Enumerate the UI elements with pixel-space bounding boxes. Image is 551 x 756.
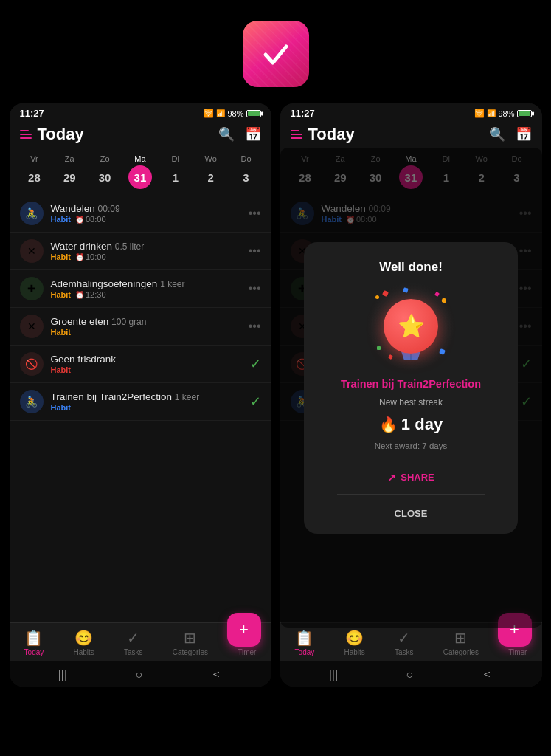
nav-item-habits[interactable]: 😊 Habits [73, 629, 94, 656]
cal-day-num: 2 [199, 165, 223, 189]
task-time: ⏰10:00 [75, 252, 106, 261]
task-item-4[interactable]: 🚫 Geen frisdrank Habit ✓ [10, 346, 271, 383]
share-label: SHARE [401, 472, 434, 483]
nav-label-4: Timer [238, 648, 256, 656]
task-icon-3: ✕ [20, 315, 44, 338]
task-icon-2: ✚ [20, 277, 44, 300]
nav-item-categories[interactable]: ⊞ Categories [443, 629, 479, 656]
home-bar-btn-0[interactable]: ||| [58, 668, 67, 681]
task-meta-4: Habit [51, 365, 243, 374]
nav-item-habits[interactable]: 😊 Habits [344, 629, 364, 656]
status-icons-right: 🛜 📶 98% [474, 109, 531, 118]
streak-number: 1 day [401, 415, 443, 434]
cal-day-30[interactable]: Zo 30 [91, 154, 118, 189]
task-item-5[interactable]: 🚴 Trainen bij Train2Perfection 1 keer Ha… [10, 383, 271, 421]
header-icons-right: 🔍 📅 [489, 126, 532, 142]
home-bar-btn-1[interactable]: ○ [135, 668, 142, 681]
task-check-icon: ✓ [250, 394, 261, 410]
calendar-icon-right[interactable]: 📅 [516, 126, 532, 142]
share-icon: ↗ [387, 472, 396, 484]
task-tag-3: Habit [51, 328, 72, 337]
fab-left[interactable]: + [227, 613, 261, 647]
cal-day-29[interactable]: Za 29 [56, 154, 83, 189]
modal-streak-value: 🔥 1 day [379, 415, 443, 434]
phone-right-wrapper: 11:27 🛜 📶 98% Today [280, 103, 542, 687]
status-icons-left: 🛜 📶 98% [204, 109, 260, 118]
task-content-0: Wandelen 00:09 Habit ⏰08:00 [51, 203, 241, 224]
task-dots-icon[interactable]: ••• [249, 207, 261, 220]
cal-day-name: Wo [204, 154, 216, 163]
cal-day-3[interactable]: Do 3 [232, 154, 259, 189]
task-dots-icon[interactable]: ••• [249, 320, 261, 333]
task-dots-icon[interactable]: ••• [249, 244, 261, 258]
signal-icon-left: 📶 [216, 109, 225, 117]
menu-icon[interactable] [20, 130, 32, 139]
phones-row: 11:27 🛜 📶 98% Today [0, 103, 551, 687]
nav-icon-3: ⊞ [454, 629, 467, 647]
header-right-left: Today [291, 125, 355, 144]
task-item-0[interactable]: 🚴 Wandelen 00:09 Habit ⏰08:00 ••• [10, 195, 271, 233]
cal-day-num: 1 [164, 165, 187, 189]
task-meta-2: Habit ⏰12:30 [51, 290, 241, 299]
home-bar-btn-1[interactable]: ○ [406, 668, 413, 681]
app-icon [243, 21, 309, 87]
nav-item-today[interactable]: 📋 Today [295, 629, 315, 656]
task-meta-3: Habit [51, 328, 241, 337]
nav-label-2: Tasks [124, 648, 143, 656]
task-meta-5: Habit [51, 403, 243, 412]
close-button[interactable]: CLOSE [395, 505, 428, 522]
nav-label-0: Today [295, 648, 315, 656]
share-button[interactable]: ↗ SHARE [387, 472, 434, 484]
task-name-2: Ademhalingsoefeningen 1 keer [51, 278, 241, 289]
task-tag-0: Habit [51, 215, 72, 224]
phone-left: 11:27 🛜 📶 98% Today [10, 103, 271, 687]
nav-item-tasks[interactable]: ✓ Tasks [395, 629, 414, 656]
task-time: ⏰08:00 [75, 215, 106, 224]
task-item-1[interactable]: ✕ Water drinken 0.5 liter Habit ⏰10:00 •… [10, 233, 271, 270]
cal-day-1[interactable]: Di 1 [162, 154, 189, 189]
task-dots-icon[interactable]: ••• [249, 282, 261, 295]
nav-item-tasks[interactable]: ✓ Tasks [124, 629, 143, 656]
wifi-icon-right: 🛜 [474, 109, 485, 118]
modal-title: Well done! [379, 260, 443, 275]
task-name-5: Trainen bij Train2Perfection 1 keer [51, 391, 243, 402]
home-bar-btn-0[interactable]: ||| [329, 668, 338, 681]
cal-day-name: Za [65, 154, 74, 163]
search-icon-left[interactable]: 🔍 [218, 126, 235, 142]
modal-divider [337, 461, 485, 461]
status-time-left: 11:27 [20, 108, 44, 119]
nav-label-3: Categories [173, 648, 208, 656]
app-header-left: Today 🔍 📅 [10, 122, 271, 148]
calendar-icon-left[interactable]: 📅 [245, 126, 261, 142]
task-icon-4: 🚫 [20, 352, 44, 376]
medal-icon: ⭐ [384, 299, 438, 354]
modal-next-award: Next award: 7 days [375, 441, 447, 450]
modal-card: Well done! ⭐ [304, 242, 518, 534]
cal-day-name: Ma [134, 154, 145, 163]
home-bar-btn-2[interactable]: ＜ [481, 667, 493, 682]
cal-day-31[interactable]: Ma 31 [127, 154, 153, 189]
task-tag-5: Habit [51, 403, 72, 412]
search-icon-right[interactable]: 🔍 [489, 126, 505, 142]
task-name-4: Geen frisdrank [51, 354, 243, 365]
task-item-3[interactable]: ✕ Groente eten 100 gran Habit ••• [10, 308, 271, 346]
modal-habit-name: Trainen bij Train2Perfection [341, 378, 481, 390]
modal-overlay: Well done! ⭐ [280, 148, 542, 628]
status-bar-left: 11:27 🛜 📶 98% [10, 103, 271, 122]
nav-icon-0: 📋 [295, 629, 313, 647]
menu-icon-right[interactable] [291, 130, 302, 139]
cal-day-name: Di [172, 154, 179, 163]
nav-item-today[interactable]: 📋 Today [24, 629, 44, 656]
cal-day-name: Zo [100, 154, 110, 163]
page-title-left: Today [38, 125, 84, 144]
cal-day-num: 29 [58, 165, 81, 189]
page-title-right: Today [308, 125, 355, 144]
cal-day-28[interactable]: Vr 28 [21, 154, 47, 189]
home-bar-btn-2[interactable]: ＜ [210, 667, 222, 682]
task-item-2[interactable]: ✚ Ademhalingsoefeningen 1 keer Habit ⏰12… [10, 270, 271, 308]
nav-label-4: Timer [508, 648, 527, 656]
nav-icon-2: ✓ [398, 629, 410, 647]
cal-day-2[interactable]: Wo 2 [198, 154, 224, 189]
nav-label-3: Categories [443, 648, 479, 656]
nav-item-categories[interactable]: ⊞ Categories [173, 629, 208, 656]
